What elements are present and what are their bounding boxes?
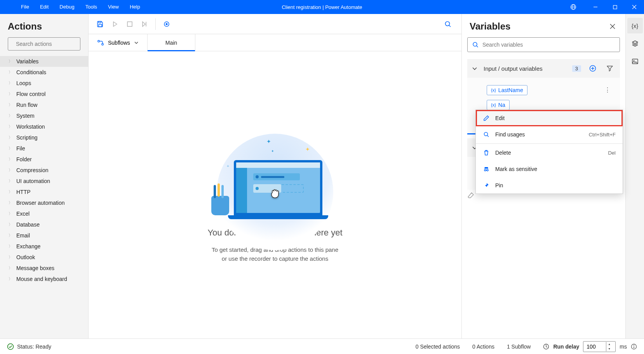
run-button[interactable] [109, 18, 121, 30]
context-find-usages-label: Find usages [495, 131, 525, 138]
chevron-right-icon: 〉 [9, 59, 12, 64]
context-pin[interactable]: Pin [476, 177, 623, 194]
action-category[interactable]: 〉Conditionals [0, 67, 88, 78]
variables-search-input[interactable] [482, 42, 615, 48]
action-category[interactable]: 〉Outlook [0, 252, 88, 263]
incognito-icon [483, 166, 490, 172]
variables-search[interactable] [467, 37, 620, 52]
actions-search-input[interactable] [16, 41, 84, 47]
io-variables-count: 3 [572, 65, 581, 72]
variables-close-button[interactable] [607, 21, 618, 31]
variable-more-button[interactable]: ⋮ [601, 85, 614, 95]
edit-icon [483, 115, 490, 121]
canvas[interactable]: ✦ ✦ ✦ ✦ ✦ + + You don't [89, 51, 461, 338]
delay-down[interactable]: ▼ [606, 347, 612, 351]
svg-point-18 [102, 43, 103, 45]
save-button[interactable] [94, 18, 106, 30]
window-close-button[interactable] [625, 0, 644, 14]
window-title: Client registration | Power Automate [282, 4, 362, 10]
svg-point-14 [166, 23, 168, 25]
actions-panel: Actions 〉Variables〉Conditionals〉Loops〉Fl… [0, 14, 89, 338]
add-variable-button[interactable] [587, 63, 598, 74]
statusbar: Status: Ready 0 Selected actions 0 Actio… [0, 338, 644, 354]
context-find-usages-shortcut: Ctrl+Shift+F [589, 132, 616, 138]
step-button[interactable] [138, 18, 151, 30]
globe-icon [570, 4, 576, 10]
action-category[interactable]: 〉Flow control [0, 89, 88, 99]
action-category[interactable]: 〉Folder [0, 154, 88, 165]
filter-variables-button[interactable] [604, 63, 615, 74]
action-category[interactable]: 〉System [0, 110, 88, 121]
menu-edit[interactable]: Edit [35, 0, 54, 14]
rail-ui-elements-button[interactable] [627, 36, 643, 51]
variable-chip[interactable]: {x}Na [487, 100, 510, 110]
chevron-right-icon: 〉 [9, 189, 12, 195]
tab-main[interactable]: Main [148, 34, 195, 51]
record-button[interactable] [160, 18, 173, 30]
action-category[interactable]: 〉Loops [0, 78, 88, 89]
action-category[interactable]: 〉Workstation [0, 121, 88, 132]
subflows-button[interactable]: Subflows [89, 34, 148, 51]
environment-picker[interactable] [563, 4, 586, 10]
action-category[interactable]: 〉Exchange [0, 241, 88, 252]
menu-view[interactable]: View [103, 0, 124, 14]
delay-up[interactable]: ▲ [606, 342, 612, 347]
right-rail: {x} [625, 14, 644, 338]
menu-help[interactable]: Help [124, 0, 146, 14]
action-category[interactable]: 〉Database [0, 219, 88, 230]
rail-images-button[interactable] [627, 54, 643, 69]
io-variables-header[interactable]: Input / output variables 3 [467, 59, 620, 78]
rail-variables-button[interactable]: {x} [627, 18, 643, 33]
variable-row[interactable]: {x}LastName ⋮ [467, 82, 620, 98]
stop-button[interactable] [124, 18, 136, 30]
action-category-label: Outlook [16, 254, 35, 260]
record-icon [164, 21, 170, 27]
window-maximize-button[interactable] [605, 0, 625, 14]
menu-debug[interactable]: Debug [54, 0, 80, 14]
menu-file[interactable]: File [16, 0, 35, 14]
action-category-label: Message boxes [16, 265, 54, 271]
context-pin-label: Pin [495, 182, 503, 188]
action-category[interactable]: 〉File [0, 143, 88, 154]
variable-chip[interactable]: {x}LastName [487, 85, 527, 95]
context-delete[interactable]: Delete Del [476, 145, 623, 161]
action-category[interactable]: 〉Message boxes [0, 263, 88, 274]
action-category-label: Run flow [16, 102, 37, 108]
run-delay-input[interactable]: ▲▼ [583, 341, 616, 352]
svg-point-30 [484, 169, 486, 171]
designer-area: Subflows Main ✦ ✦ ✦ ✦ ✦ + + [89, 14, 461, 338]
chevron-right-icon: 〉 [9, 200, 12, 206]
info-icon[interactable] [631, 344, 637, 350]
menu-tools[interactable]: Tools [80, 0, 103, 14]
action-category[interactable]: 〉UI automation [0, 176, 88, 187]
chevron-right-icon: 〉 [9, 102, 12, 108]
action-category[interactable]: 〉HTTP [0, 187, 88, 197]
action-category[interactable]: 〉Variables [0, 56, 88, 67]
svg-rect-4 [613, 5, 617, 9]
action-category[interactable]: 〉Browser automation [0, 197, 88, 208]
canvas-search-button[interactable] [440, 21, 456, 28]
action-category[interactable]: 〉Compression [0, 165, 88, 176]
context-edit[interactable]: Edit [476, 110, 623, 126]
status-actions: 0 Actions [472, 344, 494, 350]
context-mark-sensitive[interactable]: Mark as sensitive [476, 161, 623, 177]
action-category[interactable]: 〉Scripting [0, 132, 88, 143]
toolbar-separator [155, 18, 156, 30]
context-find-usages[interactable]: Find usages Ctrl+Shift+F [476, 126, 623, 143]
action-category[interactable]: 〉Mouse and keyboard [0, 274, 88, 284]
actions-tree[interactable]: 〉Variables〉Conditionals〉Loops〉Flow contr… [0, 56, 88, 338]
action-category[interactable]: 〉Email [0, 230, 88, 241]
action-category[interactable]: 〉Run flow [0, 99, 88, 110]
actions-search[interactable] [8, 37, 80, 51]
svg-line-29 [487, 136, 489, 137]
plus-circle-icon [589, 65, 596, 72]
filter-icon [607, 65, 613, 71]
window-minimize-button[interactable] [586, 0, 605, 14]
play-icon [112, 21, 118, 27]
ms-label: ms [620, 344, 627, 350]
variable-name: LastName [498, 87, 523, 93]
action-category-label: Excel [16, 211, 30, 217]
chevron-right-icon: 〉 [9, 276, 12, 282]
run-delay-value[interactable] [583, 344, 606, 350]
action-category[interactable]: 〉Excel [0, 208, 88, 219]
